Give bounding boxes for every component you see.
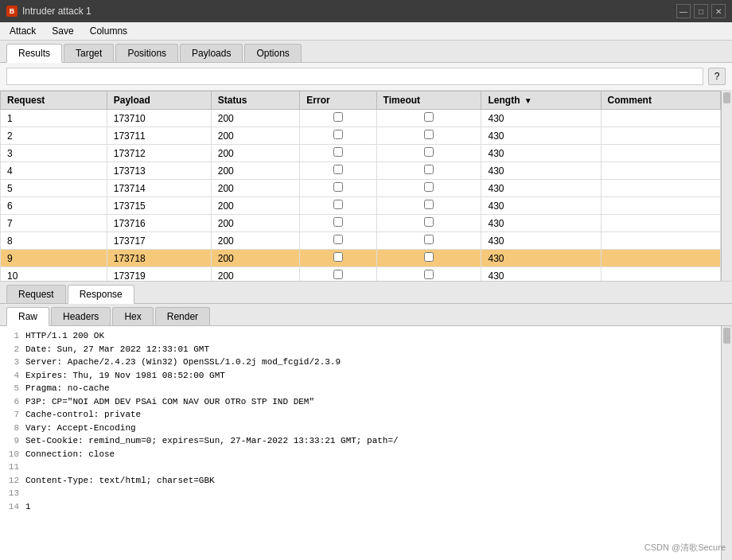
cell-payload: 173712 <box>107 145 211 162</box>
col-payload[interactable]: Payload <box>107 91 211 110</box>
table-row[interactable]: 10173719200430 <box>1 267 721 282</box>
help-button[interactable]: ? <box>708 68 726 85</box>
tab-raw[interactable]: Raw <box>6 307 49 326</box>
maximize-button[interactable]: □ <box>694 4 708 18</box>
line-number: 6 <box>3 395 25 409</box>
tab-positions[interactable]: Positions <box>115 44 178 62</box>
table-row[interactable]: 8173717200430 <box>1 232 721 250</box>
cell-length: 430 <box>481 215 601 232</box>
title-bar-left: B Intruder attack 1 <box>6 6 92 17</box>
cell-request: 4 <box>1 162 107 180</box>
tab-hex[interactable]: Hex <box>112 307 153 325</box>
filter-input[interactable]: Filter: Showing all items <box>6 68 703 85</box>
col-status[interactable]: Status <box>211 91 300 110</box>
table-row[interactable]: 7173716200430 <box>1 215 721 232</box>
table-row[interactable]: 5173714200430 <box>1 180 721 197</box>
tab-options[interactable]: Options <box>244 44 301 62</box>
col-error[interactable]: Error <box>300 91 376 110</box>
cell-status: 200 <box>211 197 300 215</box>
table-row[interactable]: 9173718200430 <box>1 250 721 267</box>
cell-length: 430 <box>481 267 601 282</box>
line-number: 10 <box>3 448 25 461</box>
code-line: 5Pragma: no-cache <box>3 382 718 395</box>
cell-timeout <box>376 267 481 282</box>
cell-error <box>300 162 376 180</box>
line-text: Set-Cookie: remind_num=0; expires=Sun, 2… <box>25 434 399 448</box>
tab-payloads[interactable]: Payloads <box>180 44 243 62</box>
menu-bar: Attack Save Columns <box>0 22 732 41</box>
cell-error <box>300 232 376 250</box>
cell-status: 200 <box>211 215 300 232</box>
line-number: 9 <box>3 434 25 448</box>
line-text: Expires: Thu, 19 Nov 1981 08:52:00 GMT <box>25 369 225 383</box>
response-area: 1HTTP/1.1 200 OK2Date: Sun, 27 Mar 2022 … <box>0 326 732 560</box>
cell-timeout <box>376 197 481 215</box>
cell-timeout <box>376 250 481 267</box>
table-row[interactable]: 2173711200430 <box>1 127 721 145</box>
table-row[interactable]: 4173713200430 <box>1 162 721 180</box>
response-scrollbar[interactable] <box>721 326 732 560</box>
response-content[interactable]: 1HTTP/1.1 200 OK2Date: Sun, 27 Mar 2022 … <box>0 326 721 560</box>
cell-comment <box>601 110 720 127</box>
line-number: 4 <box>3 369 25 383</box>
cell-status: 200 <box>211 110 300 127</box>
menu-columns[interactable]: Columns <box>87 24 130 38</box>
table-scrollbar[interactable] <box>721 91 732 281</box>
cell-comment <box>601 267 720 282</box>
menu-attack[interactable]: Attack <box>6 24 39 38</box>
cell-length: 430 <box>481 162 601 180</box>
line-text: P3P: CP="NOI ADM DEV PSAi COM NAV OUR OT… <box>25 395 314 409</box>
cell-request: 10 <box>1 267 107 282</box>
cell-status: 200 <box>211 162 300 180</box>
menu-save[interactable]: Save <box>49 24 76 38</box>
line-number: 11 <box>3 461 25 474</box>
cell-request: 8 <box>1 232 107 250</box>
code-line: 6P3P: CP="NOI ADM DEV PSAi COM NAV OUR O… <box>3 395 718 409</box>
code-line: 9Set-Cookie: remind_num=0; expires=Sun, … <box>3 434 718 448</box>
code-line: 11 <box>3 461 718 474</box>
cell-timeout <box>376 162 481 180</box>
col-timeout[interactable]: Timeout <box>376 91 481 110</box>
minimize-button[interactable]: — <box>676 4 691 18</box>
filter-bar: Filter: Showing all items ? <box>0 63 732 91</box>
table-scroll[interactable]: Request Payload Status Error Timeout Len… <box>0 91 721 281</box>
cell-comment <box>601 197 720 215</box>
table-row[interactable]: 1173710200430 <box>1 110 721 127</box>
cell-request: 9 <box>1 250 107 267</box>
tab-headers[interactable]: Headers <box>51 307 111 325</box>
cell-length: 430 <box>481 250 601 267</box>
col-request[interactable]: Request <box>1 91 107 110</box>
sort-icon: ▼ <box>524 96 532 105</box>
watermark: CSDN @清歌Secure <box>644 542 726 554</box>
cell-comment <box>601 232 720 250</box>
line-number: 2 <box>3 343 25 356</box>
cell-request: 6 <box>1 197 107 215</box>
code-line: 3Server: Apache/2.4.23 (Win32) OpenSSL/1… <box>3 356 718 369</box>
code-line: 2Date: Sun, 27 Mar 2022 12:33:01 GMT <box>3 343 718 356</box>
code-line: 1HTTP/1.1 200 OK <box>3 329 718 343</box>
cell-request: 2 <box>1 127 107 145</box>
title-text: Intruder attack 1 <box>22 6 92 17</box>
tab-response[interactable]: Response <box>68 285 134 304</box>
tab-target[interactable]: Target <box>64 44 114 62</box>
code-line: 8Vary: Accept-Encoding <box>3 422 718 435</box>
cell-length: 430 <box>481 110 601 127</box>
code-line: 4Expires: Thu, 19 Nov 1981 08:52:00 GMT <box>3 369 718 383</box>
col-length[interactable]: Length ▼ <box>481 91 601 110</box>
cell-payload: 173718 <box>107 250 211 267</box>
close-button[interactable]: ✕ <box>711 4 726 18</box>
tab-results[interactable]: Results <box>6 44 62 63</box>
cell-timeout <box>376 215 481 232</box>
cell-error <box>300 127 376 145</box>
table-row[interactable]: 3173712200430 <box>1 145 721 162</box>
tab-render[interactable]: Render <box>155 307 210 325</box>
cell-length: 430 <box>481 127 601 145</box>
cell-status: 200 <box>211 180 300 197</box>
tab-request[interactable]: Request <box>6 285 66 303</box>
cell-status: 200 <box>211 232 300 250</box>
table-row[interactable]: 6173715200430 <box>1 197 721 215</box>
col-comment[interactable]: Comment <box>601 91 720 110</box>
line-text: Date: Sun, 27 Mar 2022 12:33:01 GMT <box>25 343 209 356</box>
cell-error <box>300 197 376 215</box>
line-text: Vary: Accept-Encoding <box>25 422 136 435</box>
